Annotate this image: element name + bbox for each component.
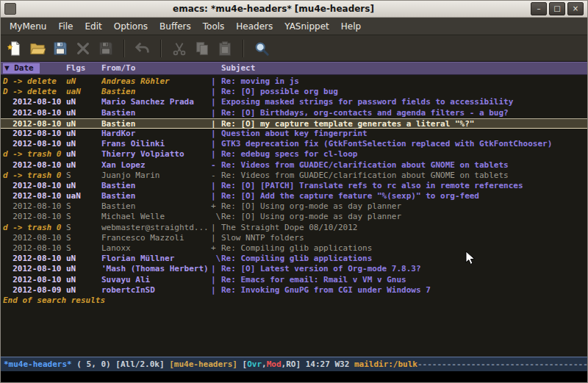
message-date: d -> trash 0 [3,149,66,160]
message-flags: uN [66,149,101,160]
message-row[interactable]: d -> trash 0 uN Thierry Volpiatto | Re: … [1,149,587,160]
toolbar [1,35,587,62]
message-row[interactable]: d -> trash 0 S Juanjo Marin - Re: Videos… [1,171,587,181]
echo-area[interactable] [1,371,587,382]
x-close-icon [75,40,91,57]
message-from: Bastien [101,201,211,212]
new-file-button[interactable] [4,38,25,59]
message-subject: The Straight Dope 08/10/2012 [221,223,587,233]
message-from: 'Mash (Thomas Herbert) [101,264,211,274]
message-row[interactable]: D -> delete uN Andreas Röhler | Re: movi… [1,76,587,87]
modeline-flag-ro: RO [286,359,295,369]
open-file-button[interactable] [27,38,48,59]
window-menu-icon[interactable] [4,3,16,15]
thread-connector: | [211,181,221,191]
search-button[interactable] [251,38,272,59]
message-row[interactable]: 2012-08-10 uN Xan Lopez - Re: Videos fro… [1,160,587,171]
menu-item-mymenu[interactable]: MyMenu [4,19,52,34]
message-from: Bastien [101,119,211,128]
message-subject: GTK3 deprecation fix (GtkFontSelection r… [221,139,587,149]
message-subject: Re: edebug specs for cl-loop [221,149,587,160]
message-row[interactable]: 2012-08-10 S Michael Welle \ Re: [O] Usi… [1,212,587,222]
message-from: Florian Müllner [101,254,211,264]
message-subject: Re: Compiling glib applications [221,243,587,254]
menu-item-help[interactable]: Help [335,19,367,34]
message-row[interactable]: D -> delete uaN Bastien | Re: [O] possib… [1,87,587,97]
message-row[interactable]: 2012-08-10 uN Frans Oilinki | GTK3 depre… [1,139,587,149]
message-flags: uN [66,264,101,274]
message-row[interactable]: 2012-08-10 uN Bastien | Re: [O] my captu… [1,118,587,129]
message-subject: Re: Invoking GnuPG from CGI under Window… [221,285,587,296]
copy-button [192,38,212,59]
mode-line: *mu4e-headers* ( 5, 0) [All/2.0k] [mu4e-… [1,357,587,371]
message-flags: S [66,201,101,212]
message-date: 2012-08-10 [3,201,66,212]
menu-item-tools[interactable]: Tools [197,19,231,34]
header-line: ▼ DateFlgsFrom/ToSubject [1,62,587,75]
message-flags: uN [66,181,101,191]
modeline-maildir: maildir:/bulk [354,359,417,369]
scissors-icon [171,40,187,57]
message-flags: uN [66,97,101,107]
message-date: 2012-08-10 [3,119,66,128]
message-from: webmaster@straightd... [101,223,211,233]
message-row[interactable]: 2012-08-09 uN robertcInSD | Re: Invoking… [1,285,587,296]
menu-item-headers[interactable]: Headers [230,19,279,34]
column-header-from-to[interactable]: From/To [101,63,211,73]
thread-connector: - [211,171,221,181]
save-buffer-button[interactable] [50,38,71,59]
minimize-button[interactable]: – [531,2,547,15]
message-row[interactable]: 2012-08-10 uN Suvayu Ali | Re: Emacs for… [1,275,587,285]
message-row[interactable]: 2012-08-10 uN Bastien | Re: [O] Birthday… [1,108,587,118]
titlebar-buttons: –□× [531,2,584,15]
modeline-flags-close: ] [295,359,305,369]
message-row[interactable]: 2012-08-10 S Francesco Mazzoli | Slow NN… [1,233,587,243]
menu-item-file[interactable]: File [52,19,79,34]
menu-item-edit[interactable]: Edit [79,19,108,34]
message-row[interactable]: 2012-08-10 S Bastien + Re: [O] Using org… [1,201,587,212]
column-header-date[interactable]: ▼ Date [3,63,40,74]
message-subject: Question about key fingerprint [221,129,587,139]
modeline-comma-1: , [262,359,267,369]
close-buffer-button [73,38,93,59]
column-header-subject[interactable]: Subject [221,63,587,73]
floppy-icon [52,40,68,57]
paste-button [215,38,235,59]
menu-item-buffers[interactable]: Buffers [154,19,197,34]
menu-item-yasnippet[interactable]: YASnippet [279,19,335,34]
thread-connector: | [211,149,221,160]
modeline-position: ( 5, 0) [72,359,116,369]
modeline-flag-mod: Mod [267,359,282,369]
message-subject: Re: [O] Add the capture feature "%(sexp)… [221,191,587,201]
message-subject: Re: [O] [PATCH] Translate refs to rc als… [221,181,587,191]
maximize-button[interactable]: □ [549,2,565,15]
message-flags: uN [66,119,101,128]
close-button[interactable]: × [567,2,584,15]
message-row[interactable]: 2012-08-10 uaN Bastien | Re: [O] Add the… [1,191,587,201]
message-row[interactable]: 2012-08-10 uN HardKor | Question about k… [1,129,587,139]
message-row[interactable]: 2012-08-10 uN Mario Sanchez Prada | Expo… [1,97,587,107]
message-row[interactable]: 2012-08-10 uN Bastien | Re: [O] [PATCH] … [1,181,587,191]
message-flags: uN [66,76,101,87]
emacs-window: emacs: *mu4e-headers* [mu4e-headers] –□×… [0,0,588,383]
modeline-time-window: 14:27 W32 [306,359,354,369]
message-list: D -> delete uN Andreas Röhler | Re: movi… [1,76,587,296]
message-from: Juanjo Marin [101,171,211,181]
message-row[interactable]: 2012-08-10 uN 'Mash (Thomas Herbert) | R… [1,264,587,274]
message-flags: uN [66,160,101,171]
message-row[interactable]: 2012-08-10 uN Florian Müllner \ Re: Comp… [1,254,587,264]
message-row[interactable]: d -> trash 0 S webmaster@straightd... | … [1,223,587,233]
message-subject: Re: Compiling glib applications [221,254,587,264]
thread-connector: | [211,108,221,118]
modeline-filler: ----------------------------------------… [417,359,587,369]
message-row[interactable]: 2012-08-10 S Lanoxx + Re: Compiling glib… [1,243,587,254]
message-subject: Re: [O] my capture template generates a … [221,119,587,128]
clipboard-icon [217,40,233,57]
message-flags: uN [66,108,101,118]
column-header-flgs[interactable]: Flgs [66,63,101,73]
thread-connector: | [211,87,221,97]
message-flags: uaN [66,191,101,201]
message-subject: Re: moving in js [221,76,587,87]
menu-item-options[interactable]: Options [108,19,154,34]
message-subject: Re: [O] possible org bug [221,87,587,97]
